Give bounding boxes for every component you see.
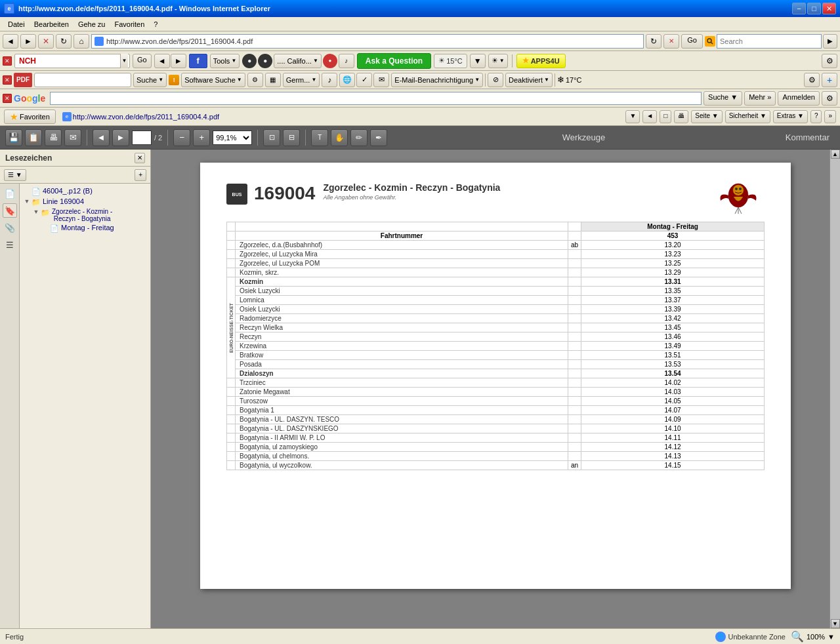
pdf-page-input[interactable]: 1 xyxy=(132,131,152,145)
icon2[interactable]: ✓ xyxy=(356,73,372,87)
refresh-btn2[interactable]: ↻ xyxy=(646,34,662,49)
tree-item-2[interactable]: ▼ 📁 Zgorzelec - Kozmin - Reczyn - Bogaty… xyxy=(32,207,148,223)
fav-btn2[interactable]: ◄ xyxy=(642,110,657,123)
nav-next[interactable]: ► xyxy=(171,54,186,68)
icon1[interactable]: 🌐 xyxy=(339,73,355,87)
tools-button[interactable]: Tools ▼ xyxy=(210,54,240,68)
play-btn2[interactable]: ● xyxy=(258,54,272,68)
california-btn[interactable]: .... Califo... ▼ xyxy=(274,54,322,68)
pdf-sign-btn[interactable]: ✒ xyxy=(370,129,387,146)
pdf-save-btn[interactable]: 💾 xyxy=(5,129,22,146)
refresh-button[interactable]: ↻ xyxy=(56,34,72,49)
settings-btn3[interactable]: ⚙ xyxy=(804,73,820,87)
settings-btn[interactable]: ⚙ xyxy=(822,54,837,68)
sidebar-attach-icon[interactable]: 📎 xyxy=(3,220,17,235)
google-mehr-button[interactable]: Mehr » xyxy=(744,91,776,106)
sidebar-close-button[interactable]: ✕ xyxy=(135,153,145,163)
favorites-button[interactable]: ★ Favoriten xyxy=(4,110,56,124)
add-btn[interactable]: + xyxy=(822,73,837,87)
pdf-zoom-in-btn[interactable]: + xyxy=(193,129,210,146)
zoom-icon[interactable]: 🔍 xyxy=(791,630,804,643)
tree-item-1[interactable]: ▼ 📁 Linie 169004 xyxy=(22,197,148,207)
pdf-prev-btn[interactable]: ◄ xyxy=(93,129,110,146)
play-btn[interactable]: ● xyxy=(242,54,257,68)
go-btn2[interactable]: Go xyxy=(133,54,152,68)
extras-btn[interactable]: Extras ▼ xyxy=(773,110,808,123)
scroll-up-btn[interactable]: ▲ xyxy=(831,150,840,159)
nch-dropdown-arrow[interactable]: ▼ xyxy=(120,54,128,68)
pdf-icon[interactable]: PDF xyxy=(14,73,32,87)
pdf-zoom-out-btn[interactable]: − xyxy=(173,129,190,146)
menu-bearbeiten[interactable]: Bearbeiten xyxy=(30,19,73,30)
sound-btn[interactable]: ♪ xyxy=(339,54,354,68)
google-settings-btn[interactable]: ⚙ xyxy=(822,91,837,106)
menu-help[interactable]: ? xyxy=(150,19,161,30)
stop-btn2[interactable]: ✕ xyxy=(663,34,679,49)
close-button[interactable]: ✕ xyxy=(822,3,836,14)
anmelden-button[interactable]: Anmelden xyxy=(778,91,820,106)
search-input[interactable] xyxy=(717,34,822,49)
pdf-zoom-select[interactable]: 99,1% xyxy=(213,131,252,145)
pdf-annot-btn[interactable]: ✏ xyxy=(350,129,368,146)
nch-input[interactable] xyxy=(40,55,119,67)
tree-item-3[interactable]: 📄 Montag - Freitag xyxy=(41,223,148,233)
close-x-btn3[interactable]: ✕ xyxy=(3,94,12,103)
pdf-print-btn[interactable]: 🖶 xyxy=(45,129,62,146)
menu-gehzu[interactable]: Gehe zu xyxy=(74,19,110,30)
software-suche-btn[interactable]: Software Suche ▼ xyxy=(181,73,245,87)
pdf-save2-btn[interactable]: 📋 xyxy=(25,129,42,146)
pdf-select-btn[interactable]: T xyxy=(311,129,328,146)
tree-item-0[interactable]: 📄 46004_.p12 (B) xyxy=(22,186,148,197)
more-btn[interactable]: » xyxy=(824,110,836,123)
scrollbar-right[interactable]: ▲ ▼ xyxy=(830,150,840,628)
fav-btn3[interactable]: □ xyxy=(660,110,671,123)
pdf-hand-btn[interactable]: ✋ xyxy=(331,129,348,146)
print-button[interactable]: 🖶 xyxy=(674,110,688,123)
menu-datei[interactable]: Datei xyxy=(4,19,29,30)
sidebar-page-icon[interactable]: 📄 xyxy=(3,186,17,201)
suche-input[interactable] xyxy=(37,74,129,86)
email-ben-btn[interactable]: E-Mail-Benachrichtigung ▼ xyxy=(391,73,483,87)
sound-btn2[interactable]: ♪ xyxy=(322,73,337,87)
google-search-button[interactable]: Suche ▼ xyxy=(704,91,742,106)
werkzeuge-btn[interactable]: Werkzeuge xyxy=(557,131,611,144)
menu-favoriten[interactable]: Favoriten xyxy=(111,19,149,30)
settings-btn2[interactable]: ⚙ xyxy=(247,73,263,87)
home-button[interactable]: ⌂ xyxy=(74,34,89,49)
weather-dropdown[interactable]: ▼ xyxy=(470,54,486,68)
sidebar-bookmark-icon[interactable]: 🔖 xyxy=(3,203,17,218)
back-button[interactable]: ◄ xyxy=(3,34,18,49)
seite-btn[interactable]: Seite ▼ xyxy=(691,110,722,123)
close-x-button[interactable]: ✕ xyxy=(3,56,12,66)
google-search-input[interactable] xyxy=(50,92,702,105)
weather-btn2[interactable]: ☀ ▼ xyxy=(488,54,508,68)
ask-question-button[interactable]: Ask a Question xyxy=(357,53,431,69)
apps4u-button[interactable]: ★ APPS4U xyxy=(516,54,566,68)
sidebar-layers-icon[interactable]: ☰ xyxy=(3,237,17,252)
stop-button[interactable]: ✕ xyxy=(38,34,54,49)
kommentar-btn[interactable]: Kommentar xyxy=(780,131,835,144)
deakt-icon[interactable]: ⊘ xyxy=(488,73,503,87)
pdf-fit-width-btn[interactable]: ⊟ xyxy=(283,129,300,146)
suche-btn[interactable]: Suche ▼ xyxy=(133,73,167,87)
german-btn[interactable]: Germ... ▼ xyxy=(283,73,320,87)
minimize-button[interactable]: − xyxy=(792,3,806,14)
go-button[interactable]: Go xyxy=(681,34,703,49)
fav-btn1[interactable]: ▼ xyxy=(625,110,640,123)
close-x-btn2[interactable]: ✕ xyxy=(3,75,12,85)
pdf-email-btn[interactable]: ✉ xyxy=(64,129,81,146)
pdf-next-btn[interactable]: ► xyxy=(112,129,129,146)
search-go-button[interactable]: ▶ xyxy=(823,34,837,49)
scroll-down-btn[interactable]: ▼ xyxy=(831,619,840,628)
zoom-arrow[interactable]: ▼ xyxy=(828,633,835,641)
pdf-content[interactable]: ▲ ▼ BUS 169004 Zgorzelec - Kozmin - Recz… xyxy=(151,150,840,628)
sidebar-options-btn[interactable]: ☰ ▼ xyxy=(4,169,26,181)
icon3[interactable]: ✉ xyxy=(373,73,389,87)
deaktiviert-btn[interactable]: Deaktiviert ▼ xyxy=(505,73,553,87)
nav-prev[interactable]: ◄ xyxy=(154,54,170,68)
pdf-fit-page-btn[interactable]: ⊡ xyxy=(263,129,280,146)
maximize-button[interactable]: □ xyxy=(807,3,821,14)
forward-button[interactable]: ► xyxy=(20,34,36,49)
fav-link[interactable]: e http://www.zvon.de/de/fps/2011_169004.… xyxy=(58,111,223,123)
sidebar-add-btn[interactable]: + xyxy=(135,169,146,181)
